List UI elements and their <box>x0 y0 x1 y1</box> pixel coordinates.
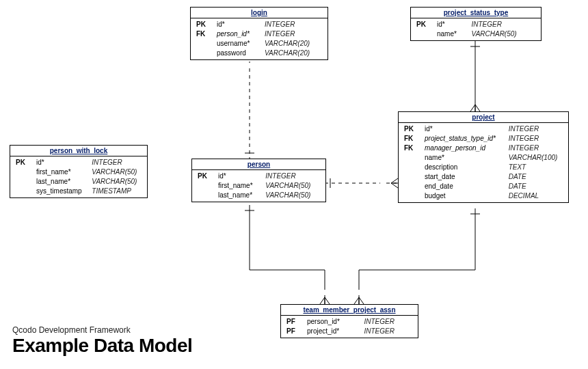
column-name: budget <box>422 191 506 201</box>
column-name: person_id* <box>304 317 362 327</box>
entity-project-columns: PKid*INTEGERFKproject_status_type_id*INT… <box>401 124 565 201</box>
column-key <box>193 39 214 49</box>
table-row: end_dateDATE <box>401 182 565 191</box>
column-key: PK <box>195 172 215 181</box>
table-row: FKmanager_person_idINTEGER <box>401 144 565 153</box>
table-row: PKid*INTEGER <box>414 20 538 29</box>
entity-person: person PKid*INTEGERfirst_name*VARCHAR(50… <box>191 159 326 202</box>
column-key: PF <box>284 317 304 327</box>
column-type: VARCHAR(50) <box>469 29 538 39</box>
table-row: username*VARCHAR(20) <box>193 39 325 49</box>
table-row: sys_timestampTIMESTAMP <box>13 187 144 196</box>
entity-team-member-project-assn-title: team_member_project_assn <box>281 305 418 316</box>
column-key <box>13 177 34 187</box>
column-name: end_date <box>422 182 506 191</box>
column-name: first_name* <box>215 181 263 191</box>
column-key: PK <box>414 20 434 29</box>
entity-person-title: person <box>192 159 325 170</box>
column-type: INTEGER <box>506 124 565 134</box>
table-row: budgetDECIMAL <box>401 191 565 201</box>
entity-login: login PKid*INTEGERFKperson_id*INTEGERuse… <box>190 7 328 60</box>
column-key <box>401 172 422 182</box>
column-key: FK <box>401 144 422 153</box>
entity-person-columns: PKid*INTEGERfirst_name*VARCHAR(50)last_n… <box>195 172 323 200</box>
column-name: last_name* <box>215 191 263 200</box>
column-type: VARCHAR(50) <box>263 181 323 191</box>
column-key <box>401 153 422 163</box>
column-type: DATE <box>506 182 565 191</box>
column-type: INTEGER <box>362 327 416 336</box>
table-row: PKid*INTEGER <box>195 172 323 181</box>
column-type: VARCHAR(50) <box>263 191 323 200</box>
column-type: INTEGER <box>262 20 325 29</box>
column-type: VARCHAR(20) <box>262 49 325 58</box>
entity-project-status-type: project_status_type PKid*INTEGERname*VAR… <box>410 7 542 41</box>
column-key <box>13 167 34 177</box>
entity-login-columns: PKid*INTEGERFKperson_id*INTEGERusername*… <box>193 20 325 58</box>
column-name: description <box>422 163 506 172</box>
column-name: manager_person_id <box>422 144 506 153</box>
entity-person-with-lock-title: person_with_lock <box>10 146 147 156</box>
column-key <box>401 182 422 191</box>
column-name: name* <box>422 153 506 163</box>
entity-login-title: login <box>191 8 328 18</box>
column-name: username* <box>214 39 262 49</box>
column-type: VARCHAR(100) <box>506 153 565 163</box>
table-row: first_name*VARCHAR(50) <box>195 181 323 191</box>
table-row: PKid*INTEGER <box>401 124 565 134</box>
entity-project: project PKid*INTEGERFKproject_status_typ… <box>398 111 569 203</box>
entity-project-status-type-columns: PKid*INTEGERname*VARCHAR(50) <box>414 20 538 39</box>
column-key <box>195 191 215 200</box>
column-type: INTEGER <box>362 317 416 327</box>
column-type: INTEGER <box>89 158 144 167</box>
column-name: person_id* <box>214 29 262 39</box>
column-type: VARCHAR(50) <box>89 167 144 177</box>
table-row: name*VARCHAR(50) <box>414 29 538 39</box>
column-key: FK <box>401 134 422 144</box>
table-row: first_name*VARCHAR(50) <box>13 167 144 177</box>
caption-big: Example Data Model <box>12 335 192 357</box>
column-name: first_name* <box>34 167 89 177</box>
table-row: FKproject_status_type_id*INTEGER <box>401 134 565 144</box>
column-type: VARCHAR(20) <box>262 39 325 49</box>
column-type: DECIMAL <box>506 191 565 201</box>
column-type: INTEGER <box>506 144 565 153</box>
table-row: PKid*INTEGER <box>193 20 325 29</box>
entity-team-member-project-assn-columns: PFperson_id*INTEGERPFproject_id*INTEGER <box>284 317 415 336</box>
column-key: PK <box>193 20 214 29</box>
column-name: id* <box>422 124 506 134</box>
column-name: start_date <box>422 172 506 182</box>
column-key <box>13 187 34 196</box>
entity-project-title: project <box>399 112 568 123</box>
table-row: PFproject_id*INTEGER <box>284 327 415 336</box>
table-row: FKperson_id*INTEGER <box>193 29 325 39</box>
column-type: INTEGER <box>263 172 323 181</box>
entity-person-with-lock: person_with_lock PKid*INTEGERfirst_name*… <box>10 145 148 198</box>
column-type: TIMESTAMP <box>89 187 144 196</box>
column-key <box>401 191 422 201</box>
column-name: project_id* <box>304 327 362 336</box>
svg-point-17 <box>356 290 362 295</box>
column-name: id* <box>215 172 263 181</box>
column-name: last_name* <box>34 177 89 187</box>
column-key <box>193 49 214 58</box>
column-type: INTEGER <box>262 29 325 39</box>
table-row: passwordVARCHAR(20) <box>193 49 325 58</box>
column-name: sys_timestamp <box>34 187 89 196</box>
caption-small: Qcodo Development Framework <box>12 325 192 335</box>
diagram-caption: Qcodo Development Framework Example Data… <box>12 325 192 357</box>
column-key: PF <box>284 327 304 336</box>
column-name: id* <box>34 158 89 167</box>
column-type: DATE <box>506 172 565 182</box>
svg-point-12 <box>322 290 328 295</box>
table-row: start_dateDATE <box>401 172 565 182</box>
table-row: PKid*INTEGER <box>13 158 144 167</box>
table-row: descriptionTEXT <box>401 163 565 172</box>
table-row: name*VARCHAR(100) <box>401 153 565 163</box>
entity-team-member-project-assn: team_member_project_assn PFperson_id*INT… <box>280 304 418 338</box>
column-name: id* <box>214 20 262 29</box>
column-name: project_status_type_id* <box>422 134 506 144</box>
column-name: password <box>214 49 262 58</box>
column-name: name* <box>434 29 469 39</box>
column-type: TEXT <box>506 163 565 172</box>
